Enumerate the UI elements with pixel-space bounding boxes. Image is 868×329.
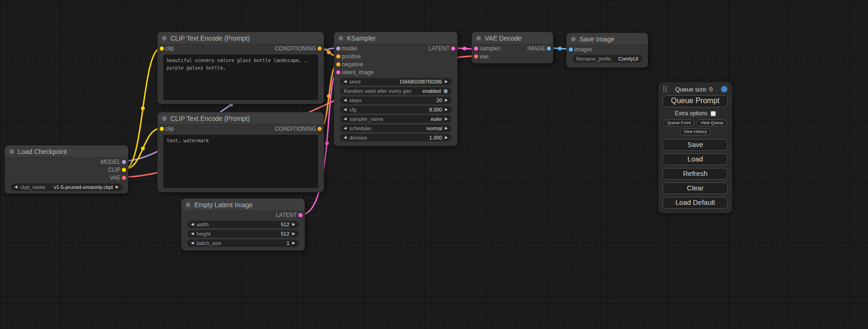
collapse-dot-icon[interactable] (339, 36, 343, 41)
link-latent-output-midpoint (463, 47, 466, 50)
prev-arrow-icon[interactable]: ◀ (14, 185, 17, 189)
next-arrow-icon[interactable]: ▶ (116, 185, 119, 189)
node-graph-canvas[interactable]: Load Checkpoint MODEL CLIP VAE ◀ ckpt_na… (0, 0, 868, 329)
widget-name: Random seed after every gen (344, 88, 411, 94)
output-port-vae[interactable] (122, 175, 126, 180)
node-ksampler[interactable]: KSampler model LATENT positive negative … (334, 32, 458, 146)
prev-arrow-icon[interactable]: ◀ (191, 232, 194, 236)
node-title-bar[interactable]: Save Image (567, 33, 648, 45)
width-widget[interactable]: ◀ width 512 ▶ (187, 221, 299, 228)
queue-prompt-button[interactable]: Queue Prompt (663, 95, 728, 107)
load-default-button[interactable]: Load Default (663, 197, 728, 209)
prev-arrow-icon[interactable]: ◀ (344, 126, 346, 130)
positive-prompt-textarea[interactable]: beautiful scenery nature glass bottle la… (163, 55, 318, 100)
input-port-clip[interactable] (160, 46, 164, 50)
refresh-button[interactable]: Refresh (663, 168, 728, 180)
input-port-positive[interactable] (336, 54, 340, 58)
ckpt-name-widget[interactable]: ◀ ckpt_name v1-5-pruned-emaonly.ckpt ▶ (11, 183, 122, 191)
view-history-button[interactable]: View History (680, 128, 711, 135)
prev-arrow-icon[interactable]: ◀ (344, 108, 346, 112)
next-arrow-icon[interactable]: ▶ (445, 98, 448, 102)
collapse-dot-icon[interactable] (571, 37, 576, 42)
node-load-checkpoint[interactable]: Load Checkpoint MODEL CLIP VAE ◀ ckpt_na… (5, 145, 128, 194)
next-arrow-icon[interactable]: ▶ (292, 232, 295, 236)
denoise-widget[interactable]: ◀ denoise 1.000 ▶ (340, 134, 452, 141)
output-port-clip[interactable] (122, 168, 126, 172)
extra-options-checkbox[interactable] (711, 111, 716, 116)
view-queue-button[interactable]: View Queue (697, 119, 727, 126)
comfy-menu-panel: Queue size: 0 Queue Prompt Extra options… (658, 82, 732, 213)
input-row-vae: vae (472, 52, 553, 60)
cfg-widget[interactable]: ◀ cfg 8.000 ▶ (340, 106, 452, 113)
node-title-bar[interactable]: Load Checkpoint (5, 146, 128, 158)
node-vae-decode[interactable]: VAE Decode samples IMAGE vae (472, 32, 553, 63)
save-button[interactable]: Save (663, 139, 728, 151)
node-clip-text-encode-positive[interactable]: CLIP Text Encode (Prompt) clip CONDITION… (157, 32, 324, 104)
sampler-name-widget[interactable]: ◀ sampler_name euler ▶ (340, 115, 452, 123)
collapse-dot-icon[interactable] (476, 36, 481, 41)
output-port-conditioning[interactable] (318, 46, 322, 50)
collapse-dot-icon[interactable] (162, 36, 167, 41)
input-port-latent-image[interactable] (336, 70, 340, 74)
next-arrow-icon[interactable]: ▶ (445, 136, 448, 140)
load-button[interactable]: Load (663, 154, 728, 165)
widget-name: denoise (349, 135, 367, 140)
node-clip-text-encode-negative[interactable]: CLIP Text Encode (Prompt) clip CONDITION… (157, 112, 324, 192)
input-port-samples[interactable] (474, 46, 478, 50)
input-port-model[interactable] (336, 46, 340, 50)
next-arrow-icon[interactable]: ▶ (445, 108, 448, 112)
filename-prefix-widget[interactable]: filename_prefix ComfyUI (572, 55, 642, 63)
node-title-bar[interactable]: Empty Latent Image (182, 199, 304, 211)
node-title-bar[interactable]: CLIP Text Encode (Prompt) (158, 112, 324, 125)
settings-gear-icon[interactable] (720, 85, 728, 93)
node-empty-latent-image[interactable]: Empty Latent Image LATENT ◀ width 512 ▶ … (181, 198, 305, 251)
toggle-dot-icon[interactable] (444, 89, 448, 93)
prev-arrow-icon[interactable]: ◀ (344, 136, 346, 140)
prev-arrow-icon[interactable]: ◀ (344, 117, 346, 121)
next-arrow-icon[interactable]: ▶ (445, 80, 448, 84)
input-row-positive: positive (334, 52, 457, 60)
batch-size-widget[interactable]: ◀ batch_size 1 ▶ (187, 239, 299, 247)
link-clip-positive-midpoint (141, 106, 145, 110)
output-port-conditioning[interactable] (318, 126, 322, 131)
random-seed-toggle-widget[interactable]: Random seed after every gen enabled (340, 87, 452, 95)
node-title: CLIP Text Encode (Prompt) (170, 35, 250, 42)
output-port-latent[interactable] (451, 46, 455, 50)
queue-size-label: Queue size: 0 (667, 86, 720, 93)
input-port-negative[interactable] (336, 62, 340, 66)
clear-button[interactable]: Clear (663, 182, 728, 194)
queue-front-button[interactable]: Queue Front (663, 119, 695, 126)
prev-arrow-icon[interactable]: ◀ (191, 241, 194, 245)
next-arrow-icon[interactable]: ▶ (445, 126, 448, 130)
node-title-bar[interactable]: VAE Decode (472, 32, 553, 44)
input-port-vae[interactable] (474, 54, 478, 58)
negative-prompt-textarea[interactable]: text, watermark (163, 135, 318, 188)
history-button-row: View History (663, 128, 728, 135)
node-save-image[interactable]: Save Image images filename_prefix ComfyU… (566, 33, 648, 68)
drag-handle-icon[interactable] (663, 86, 667, 92)
node-title-bar[interactable]: KSampler (334, 32, 457, 44)
next-arrow-icon[interactable]: ▶ (445, 117, 448, 121)
output-port-model[interactable] (122, 160, 126, 164)
seed-widget[interactable]: ◀ seed 156680208700286 ▶ (340, 78, 452, 85)
widget-name: steps (349, 98, 361, 103)
height-widget[interactable]: ◀ height 512 ▶ (187, 230, 299, 238)
widget-value: 20 (437, 98, 442, 103)
collapse-dot-icon[interactable] (162, 116, 167, 121)
next-arrow-icon[interactable]: ▶ (292, 241, 295, 245)
input-port-clip[interactable] (160, 126, 164, 131)
collapse-dot-icon[interactable] (9, 149, 14, 154)
prev-arrow-icon[interactable]: ◀ (191, 223, 194, 226)
widget-value: 156680208700286 (399, 79, 442, 84)
scheduler-widget[interactable]: ◀ scheduler normal ▶ (340, 125, 452, 132)
input-port-images[interactable] (569, 47, 573, 51)
steps-widget[interactable]: ◀ steps 20 ▶ (340, 97, 452, 104)
output-port-image[interactable] (547, 46, 551, 50)
prev-arrow-icon[interactable]: ◀ (344, 80, 346, 84)
next-arrow-icon[interactable]: ▶ (292, 223, 295, 226)
node-title-bar[interactable]: CLIP Text Encode (Prompt) (158, 32, 324, 44)
prev-arrow-icon[interactable]: ◀ (344, 98, 346, 102)
collapse-dot-icon[interactable] (186, 203, 191, 207)
widget-name: height (197, 231, 211, 237)
output-port-latent[interactable] (298, 213, 303, 217)
